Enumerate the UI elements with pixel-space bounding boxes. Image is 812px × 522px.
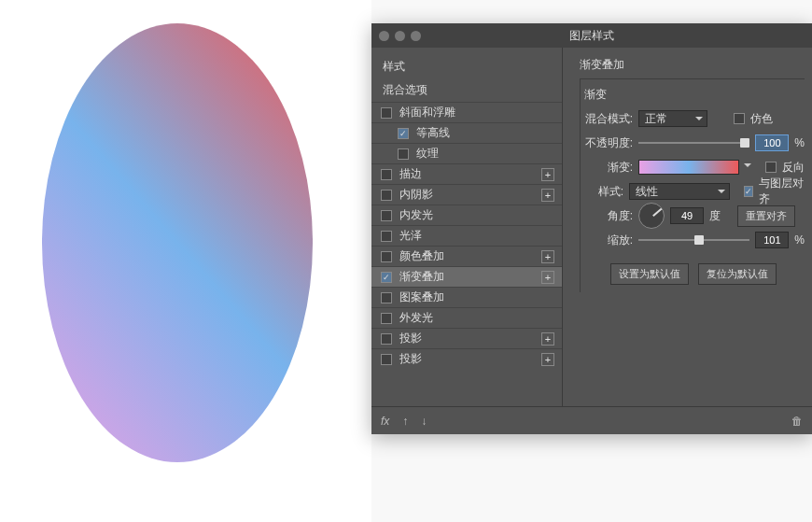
effect-checkbox[interactable]	[381, 313, 392, 324]
angle-unit: 度	[709, 208, 721, 224]
close-button[interactable]	[379, 31, 389, 41]
sidebar-item-label: 外发光	[399, 310, 433, 326]
opacity-slider[interactable]	[638, 136, 749, 149]
effect-checkbox[interactable]: ✓	[398, 128, 409, 139]
gradient-label: 渐变:	[584, 160, 633, 176]
style-select[interactable]: 线性	[629, 183, 730, 200]
effect-checkbox[interactable]	[381, 354, 392, 365]
sidebar-item[interactable]: ✓渐变叠加+	[371, 266, 562, 287]
sidebar-item[interactable]: 描边+	[371, 163, 562, 184]
sidebar-item-label: 纹理	[416, 146, 439, 162]
dither-label: 仿色	[750, 111, 773, 127]
add-effect-icon[interactable]: +	[541, 189, 554, 202]
scale-value[interactable]: 101	[755, 232, 789, 248]
sidebar-item-label: 颜色叠加	[399, 248, 444, 264]
minimize-button[interactable]	[395, 31, 405, 41]
effect-checkbox[interactable]	[381, 169, 392, 180]
dither-checkbox[interactable]	[734, 113, 745, 124]
sidebar-item[interactable]: ✓等高线	[371, 122, 562, 143]
sidebar-item-label: 渐变叠加	[399, 269, 444, 285]
gradient-picker[interactable]	[638, 160, 739, 175]
dialog-footer: fx ↑ ↓ 🗑	[371, 406, 812, 434]
fx-icon[interactable]: fx	[381, 415, 389, 428]
sidebar-item-label: 投影	[399, 351, 422, 367]
blend-mode-select[interactable]: 正常	[638, 110, 707, 127]
sidebar-item[interactable]: 内发光	[371, 205, 562, 225]
sidebar-item[interactable]: 投影+	[371, 348, 562, 369]
effect-checkbox[interactable]	[381, 292, 392, 303]
section-label: 渐变	[584, 87, 805, 103]
sidebar-item[interactable]: 图案叠加	[371, 287, 562, 307]
make-default-button[interactable]: 设置为默认值	[610, 263, 689, 285]
effect-checkbox[interactable]	[381, 333, 392, 345]
angle-dial[interactable]	[638, 203, 665, 229]
sidebar-item-label: 内发光	[399, 207, 433, 223]
reset-align-button[interactable]: 重置对齐	[737, 205, 795, 227]
sidebar-item-label: 光泽	[399, 228, 422, 244]
angle-value[interactable]: 49	[670, 207, 704, 224]
sidebar-item[interactable]: 光泽	[371, 225, 562, 246]
opacity-value[interactable]: 100	[755, 134, 789, 151]
add-effect-icon[interactable]: +	[541, 250, 554, 263]
effect-checkbox[interactable]: ✓	[381, 272, 392, 283]
sidebar-header-blending[interactable]: 混合选项	[371, 78, 562, 102]
window-controls	[379, 31, 421, 41]
effect-checkbox[interactable]	[381, 231, 392, 242]
sidebar-item-label: 投影	[399, 331, 422, 346]
trash-icon[interactable]: 🗑	[791, 415, 803, 428]
arrow-up-icon[interactable]: ↑	[402, 415, 408, 428]
align-label: 与图层对齐	[759, 176, 805, 207]
scale-unit: %	[794, 233, 805, 247]
reverse-label: 反向	[782, 160, 805, 176]
reset-default-button[interactable]: 复位为默认值	[698, 263, 777, 285]
panel-title: 渐变叠加	[580, 57, 805, 73]
sidebar-item-label: 斜面和浮雕	[399, 105, 455, 120]
opacity-unit: %	[794, 136, 805, 149]
sidebar-item[interactable]: 内阴影+	[371, 184, 562, 205]
zoom-button[interactable]	[411, 31, 421, 41]
style-label: 样式:	[584, 184, 623, 200]
dialog-title: 图层样式	[569, 28, 614, 44]
settings-panel: 渐变叠加 渐变 混合模式: 正常 仿色 不透明度: 100 % 渐变	[563, 48, 812, 406]
add-effect-icon[interactable]: +	[541, 332, 554, 346]
effect-checkbox[interactable]	[381, 251, 392, 262]
sidebar-item[interactable]: 纹理	[371, 143, 562, 163]
reverse-checkbox[interactable]	[765, 162, 777, 173]
sidebar-item[interactable]: 外发光	[371, 307, 562, 328]
arrow-down-icon[interactable]: ↓	[421, 415, 427, 428]
sidebar-item-label: 图案叠加	[399, 289, 444, 305]
sidebar-item[interactable]: 颜色叠加+	[371, 246, 562, 266]
effect-checkbox[interactable]	[381, 107, 392, 119]
scale-slider[interactable]	[638, 233, 749, 247]
effect-checkbox[interactable]	[398, 148, 409, 160]
blend-mode-label: 混合模式:	[584, 111, 633, 127]
effect-checkbox[interactable]	[381, 210, 392, 221]
add-effect-icon[interactable]: +	[541, 271, 554, 284]
effects-sidebar: 样式 混合选项 斜面和浮雕✓等高线纹理描边+内阴影+内发光光泽颜色叠加+✓渐变叠…	[371, 48, 563, 406]
sidebar-item[interactable]: 斜面和浮雕	[371, 102, 562, 122]
dialog-titlebar[interactable]: 图层样式	[371, 23, 812, 48]
canvas-area	[0, 0, 371, 522]
sidebar-item-label: 描边	[399, 166, 422, 182]
opacity-label: 不透明度:	[584, 135, 633, 151]
scale-label: 缩放:	[584, 233, 633, 248]
add-effect-icon[interactable]: +	[541, 168, 554, 181]
sidebar-item-label: 内阴影	[399, 187, 433, 203]
sidebar-item-label: 等高线	[416, 125, 450, 141]
effect-checkbox[interactable]	[381, 190, 392, 201]
add-effect-icon[interactable]: +	[541, 353, 554, 366]
gradient-ellipse-shape[interactable]	[42, 23, 313, 462]
angle-label: 角度:	[584, 208, 633, 224]
layer-style-dialog: 图层样式 样式 混合选项 斜面和浮雕✓等高线纹理描边+内阴影+内发光光泽颜色叠加…	[371, 23, 812, 434]
align-checkbox[interactable]: ✓	[744, 186, 753, 197]
sidebar-header-styles[interactable]: 样式	[371, 55, 562, 78]
sidebar-item[interactable]: 投影+	[371, 328, 562, 348]
